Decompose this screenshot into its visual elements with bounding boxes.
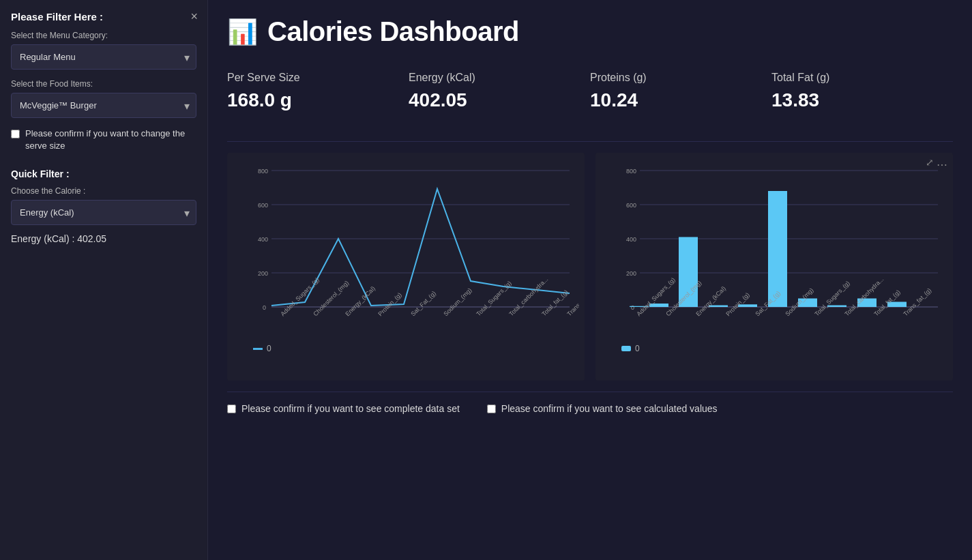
svg-text:800: 800 bbox=[258, 168, 268, 175]
food-items-label: Select the Food Items: bbox=[11, 79, 196, 89]
metric-per-serve-size: Per Serve Size 168.0 g bbox=[227, 66, 409, 122]
calculated-values-label: Please confirm if you want to see calcul… bbox=[501, 403, 718, 414]
metric-value-2: 10.24 bbox=[590, 89, 758, 111]
chart-expand-icon[interactable]: ⤢ bbox=[926, 157, 934, 168]
serve-size-checkbox[interactable] bbox=[11, 130, 20, 138]
svg-text:200: 200 bbox=[626, 270, 636, 277]
energy-result: Energy (kCal) : 402.05 bbox=[11, 233, 196, 244]
svg-text:Trans_fat_(g): Trans_fat_(g) bbox=[565, 286, 579, 317]
dashboard-icon: 📊 bbox=[227, 18, 258, 46]
bar-chart-legend: 0 bbox=[601, 344, 947, 353]
quick-filter-title: Quick Filter : bbox=[11, 168, 196, 179]
metric-value-3: 13.83 bbox=[771, 89, 939, 111]
complete-dataset-label: Please confirm if you want to see comple… bbox=[241, 403, 460, 414]
svg-text:Energy_(kCal): Energy_(kCal) bbox=[694, 285, 727, 318]
metric-total-fat: Total Fat (g) 13.83 bbox=[771, 66, 953, 122]
metric-label-0: Per Serve Size bbox=[227, 72, 395, 84]
svg-text:400: 400 bbox=[258, 236, 268, 243]
svg-text:Protein_(g): Protein_(g) bbox=[724, 291, 751, 318]
filter-section: Please Filter Here : Select the Menu Cat… bbox=[11, 11, 196, 152]
svg-text:Sat_Fat_(g): Sat_Fat_(g) bbox=[409, 290, 437, 318]
page-title: Calories Dashboard bbox=[267, 16, 519, 47]
svg-text:400: 400 bbox=[626, 236, 636, 243]
svg-rect-35 bbox=[709, 306, 728, 308]
menu-category-select[interactable]: Regular Menu Extra Value Meal Happy Meal… bbox=[11, 44, 196, 70]
top-divider bbox=[227, 141, 953, 142]
food-items-select[interactable]: McVeggie™ Burger McAloo Tikki Filet-O-Fi… bbox=[11, 93, 196, 118]
close-button[interactable]: × bbox=[190, 10, 198, 24]
line-legend-label: 0 bbox=[267, 344, 271, 353]
quick-filter-section: Quick Filter : Choose the Calorie : Ener… bbox=[11, 168, 196, 244]
svg-rect-39 bbox=[827, 306, 846, 308]
metric-label-1: Energy (kCal) bbox=[409, 72, 576, 84]
line-legend-dot bbox=[253, 348, 263, 350]
bottom-checkboxes: Please confirm if you want to see comple… bbox=[227, 403, 953, 414]
svg-text:200: 200 bbox=[258, 270, 268, 277]
calorie-wrapper: Energy (kCal) Proteins (g) Total Fat (g)… bbox=[11, 200, 196, 225]
line-chart-polyline bbox=[271, 189, 570, 306]
svg-text:Sodium_(mg): Sodium_(mg) bbox=[442, 286, 473, 317]
svg-text:Energy_(kCal): Energy_(kCal) bbox=[344, 285, 377, 318]
serve-size-label: Please confirm if you want to change the… bbox=[25, 128, 196, 152]
serve-size-checkbox-row: Please confirm if you want to change the… bbox=[11, 128, 196, 152]
svg-text:0: 0 bbox=[263, 304, 266, 311]
bar-legend-label: 0 bbox=[635, 344, 640, 353]
metric-value-1: 402.05 bbox=[409, 89, 576, 111]
complete-dataset-row: Please confirm if you want to see comple… bbox=[227, 403, 460, 414]
chart-dots-icon[interactable]: ⋯ bbox=[937, 158, 947, 171]
bottom-divider bbox=[227, 392, 953, 392]
metric-proteins: Proteins (g) 10.24 bbox=[590, 66, 771, 122]
calorie-group: Choose the Calorie : Energy (kCal) Prote… bbox=[11, 186, 196, 225]
sidebar: × Please Filter Here : Select the Menu C… bbox=[0, 0, 208, 560]
line-chart-svg: 800 600 400 200 0 Add bbox=[233, 161, 579, 338]
menu-category-label: Select the Menu Category: bbox=[11, 31, 196, 40]
calorie-select[interactable]: Energy (kCal) Proteins (g) Total Fat (g)… bbox=[11, 200, 196, 225]
main-content: 📊 Calories Dashboard Per Serve Size 168.… bbox=[208, 0, 972, 560]
complete-dataset-checkbox[interactable] bbox=[227, 404, 236, 413]
svg-text:0: 0 bbox=[631, 304, 634, 311]
bar-chart-svg: 800 600 400 200 0 bbox=[601, 161, 947, 338]
food-items-group: Select the Food Items: McVeggie™ Burger … bbox=[11, 79, 196, 118]
metric-label-2: Proteins (g) bbox=[590, 72, 758, 84]
filter-title: Please Filter Here : bbox=[11, 11, 196, 23]
bar-chart-container: ⋯ ⤢ 800 600 400 200 0 bbox=[595, 153, 953, 381]
metrics-row: Per Serve Size 168.0 g Energy (kCal) 402… bbox=[227, 66, 953, 122]
calorie-label: Choose the Calorie : bbox=[11, 186, 196, 196]
calculated-values-row: Please confirm if you want to see calcul… bbox=[487, 403, 718, 414]
svg-text:600: 600 bbox=[626, 202, 636, 209]
menu-category-group: Select the Menu Category: Regular Menu E… bbox=[11, 31, 196, 70]
metric-energy: Energy (kCal) 402.05 bbox=[409, 66, 590, 122]
bar-legend-dot bbox=[621, 346, 631, 351]
svg-text:Trans_fat_(g): Trans_fat_(g) bbox=[902, 286, 932, 317]
header: 📊 Calories Dashboard bbox=[227, 16, 953, 47]
charts-row: 800 600 400 200 0 Add bbox=[227, 153, 953, 381]
calculated-values-checkbox[interactable] bbox=[487, 404, 496, 413]
svg-text:Total_fat_(g): Total_fat_(g) bbox=[540, 289, 569, 317]
svg-rect-37 bbox=[768, 191, 787, 307]
menu-category-wrapper: Regular Menu Extra Value Meal Happy Meal… bbox=[11, 44, 196, 70]
line-chart-legend: 0 bbox=[233, 344, 579, 353]
line-chart-container: 800 600 400 200 0 Add bbox=[227, 153, 585, 381]
metric-value-0: 168.0 g bbox=[227, 89, 395, 111]
food-items-wrapper: McVeggie™ Burger McAloo Tikki Filet-O-Fi… bbox=[11, 93, 196, 118]
svg-text:800: 800 bbox=[626, 168, 636, 175]
svg-text:600: 600 bbox=[258, 202, 268, 209]
metric-label-3: Total Fat (g) bbox=[771, 72, 939, 84]
